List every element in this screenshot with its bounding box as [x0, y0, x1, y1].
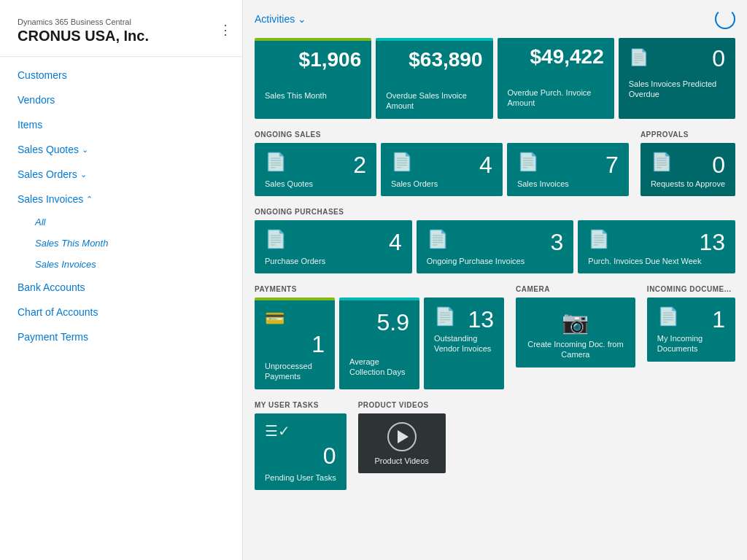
- overdue-sales-value: $63,890: [386, 50, 482, 70]
- ongoing-purchase-invoices-label: Ongoing Purchase Invoices: [427, 256, 564, 266]
- refresh-icon[interactable]: [715, 9, 735, 29]
- tile-outstanding-vendor[interactable]: 📄 13 Outstanding Vendor Invoices: [424, 298, 504, 389]
- tile-sales-invoices[interactable]: 📄 7 Sales Invoices: [507, 143, 629, 196]
- tile-sales-quotes[interactable]: 📄 2 Sales Quotes: [255, 143, 376, 196]
- sidebar-item-customers[interactable]: Customers: [0, 63, 242, 88]
- ongoing-section: ONGOING SALES 📄 2 Sales Quotes 📄 4 Sales…: [255, 123, 735, 201]
- ongoing-purchase-invoices-value: 3: [453, 229, 564, 256]
- play-icon: [387, 422, 417, 451]
- play-triangle: [398, 430, 409, 443]
- sidebar-dots-menu[interactable]: ⋮: [219, 26, 232, 34]
- tile-product-videos[interactable]: Product Videos: [358, 413, 446, 473]
- user-tasks-section-label: MY USER TASKS: [255, 401, 347, 409]
- user-tasks-block: MY USER TASKS ☰✓ 0 Pending User Tasks: [255, 394, 347, 494]
- tile-requests-to-approve[interactable]: 📄 0 Requests to Approve: [640, 143, 735, 196]
- sidebar-item-payment-terms[interactable]: Payment Terms: [0, 324, 242, 349]
- ongoing-sales-block: ONGOING SALES 📄 2 Sales Quotes 📄 4 Sales…: [255, 123, 629, 201]
- overdue-sales-label: Overdue Sales Invoice Amount: [386, 90, 482, 112]
- tile-pending-user-tasks[interactable]: ☰✓ 0 Pending User Tasks: [255, 413, 347, 490]
- product-videos-block: PRODUCT VIDEOS Product Videos: [358, 394, 446, 494]
- ongoing-purchases-section-label: ONGOING PURCHASES: [255, 208, 735, 216]
- sales-this-month-value: $1,906: [265, 50, 361, 70]
- tile-ongoing-purchase-invoices[interactable]: 📄 3 Ongoing Purchase Invoices: [417, 220, 574, 273]
- payments-section: PAYMENTS 💳 1 Unprocessed Payments 5.9 Av…: [255, 278, 735, 394]
- payment-icon: 💳: [265, 309, 325, 328]
- main-header: Activities ⌄: [255, 9, 735, 29]
- sidebar-item-sales-quotes[interactable]: Sales Quotes ⌄: [0, 137, 242, 162]
- ongoing-purchases-tiles: 📄 4 Purchase Orders 📄 3 Ongoing Purchase…: [255, 220, 735, 273]
- doc-icon: 📄: [265, 229, 287, 249]
- approvals-tiles: 📄 0 Requests to Approve: [640, 143, 735, 196]
- tile-avg-collection-days[interactable]: 5.9 Average Collection Days: [339, 298, 419, 389]
- camera-tiles: 📷 Create Incoming Doc. from Camera: [516, 298, 635, 368]
- sales-this-month-label: Sales This Month: [265, 90, 361, 101]
- purchase-orders-label: Purchase Orders: [265, 256, 402, 266]
- approvals-block: APPROVALS 📄 0 Requests to Approve: [640, 123, 735, 201]
- bottom-section: MY USER TASKS ☰✓ 0 Pending User Tasks PR…: [255, 394, 735, 494]
- sales-orders-label: Sales Orders: [18, 168, 77, 180]
- doc-icon: 📄: [517, 152, 539, 172]
- pending-tasks-value: 0: [265, 443, 336, 470]
- tile-overdue-sales[interactable]: $63,890 Overdue Sales Invoice Amount: [376, 38, 492, 119]
- avg-collection-label: Average Collection Days: [349, 357, 409, 378]
- tile-purch-invoices-due[interactable]: 📄 13 Purch. Invoices Due Next Week: [578, 220, 735, 273]
- sales-orders-value: 4: [417, 152, 492, 179]
- camera-block: CAMERA 📷 Create Incoming Doc. from Camer…: [516, 278, 635, 394]
- main-content: Activities ⌄ $1,906 Sales This Month $63…: [243, 0, 747, 560]
- ongoing-sales-tiles: 📄 2 Sales Quotes 📄 4 Sales Orders 📄 7: [255, 143, 629, 196]
- sales-orders-tile-label: Sales Orders: [391, 179, 492, 189]
- company-name: CRONUS USA, Inc.: [18, 28, 225, 44]
- requests-to-approve-label: Requests to Approve: [651, 179, 725, 189]
- tile-overdue-purch[interactable]: $49,422 Overdue Purch. Invoice Amount: [498, 38, 614, 119]
- ongoing-sales-label: ONGOING SALES: [255, 131, 629, 139]
- sidebar-item-vendors[interactable]: Vendors: [0, 88, 242, 112]
- app-name: Dynamics 365 Business Central: [18, 18, 225, 26]
- purchase-orders-value: 4: [291, 229, 402, 256]
- items-label: Items: [18, 119, 42, 131]
- sidebar-item-sales-orders[interactable]: Sales Orders ⌄: [0, 162, 242, 187]
- customers-label: Customers: [18, 69, 67, 81]
- outstanding-vendor-value: 13: [460, 306, 494, 333]
- product-videos-label: Product Videos: [368, 456, 436, 466]
- sidebar-sub-sales-this-month[interactable]: Sales This Month: [0, 233, 242, 254]
- sidebar-sub-sales-invoices[interactable]: Sales Invoices: [0, 254, 242, 275]
- sidebar-item-items[interactable]: Items: [0, 112, 242, 137]
- unprocessed-payments-value: 1: [265, 331, 325, 358]
- activities-button[interactable]: Activities ⌄: [255, 13, 306, 25]
- payments-block: PAYMENTS 💳 1 Unprocessed Payments 5.9 Av…: [255, 278, 504, 394]
- camera-section-label: CAMERA: [516, 285, 635, 293]
- doc-icon: 📄: [265, 152, 287, 172]
- sidebar-sub-all[interactable]: All: [0, 211, 242, 233]
- overdue-purch-value: $49,422: [508, 47, 604, 67]
- doc-icon: 📄: [588, 229, 610, 249]
- tile-camera[interactable]: 📷 Create Incoming Doc. from Camera: [516, 298, 635, 368]
- doc-icon: 📄: [657, 306, 679, 327]
- requests-to-approve-value: 0: [677, 152, 725, 179]
- incoming-docs-value: 1: [684, 306, 725, 333]
- purch-invoices-due-value: 13: [614, 229, 725, 256]
- tile-predicted-overdue[interactable]: 📄 0 Sales Invoices Predicted Overdue: [619, 38, 735, 119]
- predicted-overdue-label: Sales Invoices Predicted Overdue: [629, 79, 725, 100]
- tasks-icon: ☰✓: [265, 422, 336, 440]
- camera-icon: 📷: [526, 309, 625, 335]
- tile-sales-this-month[interactable]: $1,906 Sales This Month: [255, 38, 371, 119]
- approvals-label: APPROVALS: [640, 131, 735, 139]
- sidebar-item-chart-of-accounts[interactable]: Chart of Accounts: [0, 300, 242, 324]
- sidebar-item-bank-accounts[interactable]: Bank Accounts: [0, 275, 242, 300]
- sidebar-item-sales-invoices[interactable]: Sales Invoices ⌃: [0, 187, 242, 211]
- doc-icon: 📄: [434, 306, 456, 327]
- sales-invoices-label: Sales Invoices: [18, 193, 83, 205]
- tile-purchase-orders[interactable]: 📄 4 Purchase Orders: [255, 220, 412, 273]
- tile-unprocessed-payments[interactable]: 💳 1 Unprocessed Payments: [255, 298, 335, 389]
- purch-invoices-due-label: Purch. Invoices Due Next Week: [588, 256, 725, 266]
- payments-tiles: 💳 1 Unprocessed Payments 5.9 Average Col…: [255, 298, 504, 389]
- doc-icon: 📄: [427, 229, 449, 249]
- payments-section-label: PAYMENTS: [255, 285, 504, 293]
- sidebar: Dynamics 365 Business Central CRONUS USA…: [0, 0, 243, 560]
- avg-collection-value: 5.9: [349, 309, 409, 336]
- tile-sales-orders[interactable]: 📄 4 Sales Orders: [381, 143, 503, 196]
- doc-icon: 📄: [629, 48, 649, 67]
- tile-my-incoming-documents[interactable]: 📄 1 My Incoming Documents: [647, 298, 735, 362]
- overdue-purch-label: Overdue Purch. Invoice Amount: [508, 88, 604, 109]
- sales-quotes-tile-label: Sales Quotes: [265, 179, 366, 189]
